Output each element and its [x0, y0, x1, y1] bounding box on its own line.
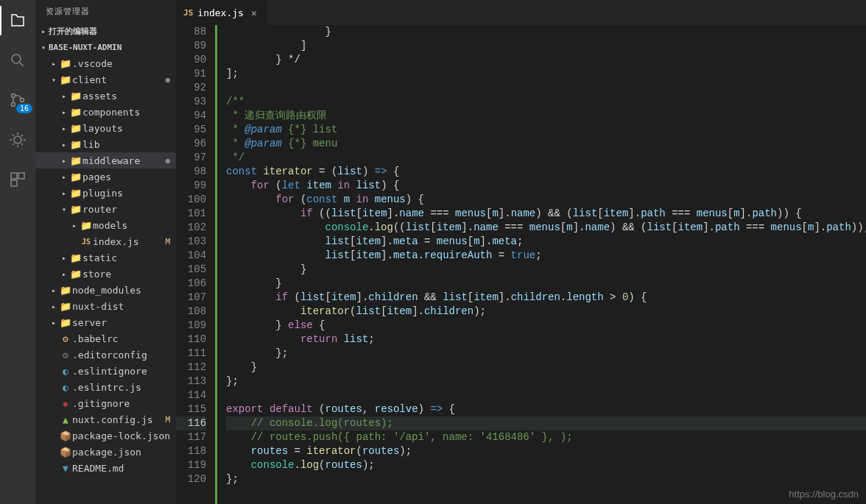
activity-bar: 16 — [0, 0, 35, 504]
js-file-icon: JS — [183, 8, 193, 18]
tree-item-lib[interactable]: ▸📁lib — [35, 136, 176, 152]
chevron-icon: ▸ — [49, 286, 59, 294]
tree-item-pages[interactable]: ▸📁pages — [35, 168, 176, 185]
chevron-icon: ▸ — [59, 141, 69, 149]
tree-item-middleware[interactable]: ▸📁middleware● — [35, 152, 176, 168]
tree-label: .babelrc — [72, 333, 170, 344]
tree-item-router[interactable]: ▾📁router — [35, 201, 176, 217]
chevron-icon: ▸ — [59, 270, 69, 278]
svg-rect-6 — [18, 173, 24, 179]
chevron-icon: ▸ — [59, 189, 69, 197]
tree-item-plugins[interactable]: ▸📁plugins — [35, 185, 176, 201]
tree-item-static[interactable]: ▸📁static — [35, 249, 176, 266]
tree-item-README-md[interactable]: ▼README.md — [35, 460, 176, 476]
chevron-icon: ▾ — [49, 76, 59, 84]
file-icon: 📁 — [69, 269, 82, 280]
tab-index-js[interactable]: JS index.js ✕ — [176, 0, 268, 25]
tree-label: models — [93, 220, 170, 231]
extensions-icon[interactable] — [0, 165, 35, 194]
tree-item-package-lock-json[interactable]: 📦package-lock.json — [35, 427, 176, 444]
source-control-icon[interactable]: 16 — [0, 85, 35, 115]
tree-item-nuxt-config-js[interactable]: ▲nuxt.config.jsM — [35, 411, 176, 427]
tree-label: layouts — [82, 123, 170, 134]
file-icon: 📁 — [69, 252, 82, 263]
status-indicator: ● — [165, 75, 170, 85]
chevron-icon: ▸ — [59, 124, 69, 132]
open-editors-section[interactable]: ▸ 打开的编辑器 — [35, 23, 176, 39]
chevron-icon: ▸ — [49, 319, 59, 327]
svg-point-3 — [21, 99, 24, 102]
file-icon: 📁 — [59, 58, 72, 69]
tree-item-client[interactable]: ▾📁client● — [35, 71, 176, 88]
tree-label: router — [82, 204, 170, 215]
tree-item-layouts[interactable]: ▸📁layouts — [35, 120, 176, 136]
chevron-icon: ▸ — [59, 173, 69, 181]
editor-tabs: JS index.js ✕ — [176, 0, 866, 25]
tree-item-index-js[interactable]: JSindex.jsM — [35, 233, 176, 249]
chevron-icon: ▾ — [59, 205, 69, 213]
tree-item--eslintrc-js[interactable]: ◐.eslintrc.js — [35, 379, 176, 395]
tree-item-components[interactable]: ▸📁components — [35, 104, 176, 120]
chevron-icon: ▸ — [59, 254, 69, 262]
code-content[interactable]: } ] } */]; /** * 递归查询路由权限 * @param {*} l… — [217, 25, 866, 504]
svg-rect-5 — [11, 173, 17, 179]
tree-item--vscode[interactable]: ▸📁.vscode — [35, 55, 176, 71]
sidebar-title: 资源管理器 — [35, 0, 176, 23]
file-icon: ◐ — [59, 366, 72, 377]
scm-badge: 16 — [16, 104, 32, 113]
tree-item-nuxt-dist[interactable]: ▸📁nuxt-dist — [35, 298, 176, 314]
svg-point-4 — [14, 136, 21, 143]
file-icon: 📁 — [59, 285, 72, 296]
tree-label: package-lock.json — [72, 430, 170, 441]
file-icon: 📁 — [69, 123, 82, 134]
tree-label: components — [82, 107, 170, 118]
tree-label: .eslintignore — [72, 366, 170, 377]
project-section[interactable]: ▾ BASE-NUXT-ADMIN — [35, 39, 176, 55]
status-indicator: M — [165, 237, 170, 246]
chevron-icon: ▸ — [59, 157, 69, 165]
tree-item-store[interactable]: ▸📁store — [35, 266, 176, 282]
tree-item-assets[interactable]: ▸📁assets — [35, 88, 176, 104]
chevron-icon: ▸ — [59, 108, 69, 116]
file-icon: 📁 — [69, 171, 82, 182]
tree-item--editorconfig[interactable]: ⚙.editorconfig — [35, 347, 176, 363]
chevron-icon: ▸ — [69, 221, 80, 230]
file-icon: ◈ — [59, 398, 72, 409]
status-indicator: M — [165, 415, 170, 425]
chevron-icon: ▸ — [38, 27, 49, 35]
watermark: https://blog.csdn — [789, 489, 859, 500]
debug-icon[interactable] — [0, 125, 35, 155]
svg-point-1 — [12, 94, 15, 98]
tree-item-node_modules[interactable]: ▸📁node_modules — [35, 282, 176, 298]
file-icon: 📦 — [59, 447, 72, 458]
tree-label: .editorconfig — [72, 349, 170, 361]
close-icon[interactable]: ✕ — [248, 7, 260, 18]
file-icon: 📁 — [59, 301, 72, 312]
tree-item--babelrc[interactable]: ⚙.babelrc — [35, 330, 176, 347]
file-icon: ◐ — [59, 382, 72, 393]
status-indicator: ● — [165, 156, 170, 166]
file-icon: 📁 — [80, 220, 93, 231]
tree-item-models[interactable]: ▸📁models — [35, 217, 176, 233]
tree-item-server[interactable]: ▸📁server — [35, 314, 176, 330]
svg-point-2 — [12, 103, 15, 107]
tree-item-package-json[interactable]: 📦package.json — [35, 444, 176, 460]
tree-item--gitignore[interactable]: ◈.gitignore — [35, 395, 176, 411]
file-icon: 📁 — [69, 90, 82, 102]
tree-label: README.md — [72, 463, 170, 474]
explorer-icon[interactable] — [0, 6, 35, 35]
section-label: BASE-NUXT-ADMIN — [49, 43, 170, 52]
search-icon[interactable] — [0, 46, 35, 75]
tree-label: plugins — [82, 188, 170, 199]
chevron-icon: ▾ — [38, 43, 49, 52]
file-icon: 📁 — [69, 107, 82, 118]
file-tree: ▸ 打开的编辑器 ▾ BASE-NUXT-ADMIN ▸📁.vscode▾📁cl… — [35, 23, 176, 504]
file-icon: 📁 — [59, 317, 72, 328]
sidebar: 资源管理器 ▸ 打开的编辑器 ▾ BASE-NUXT-ADMIN ▸📁.vsco… — [35, 0, 176, 504]
tree-item--eslintignore[interactable]: ◐.eslintignore — [35, 363, 176, 379]
file-icon: 📁 — [59, 74, 72, 85]
code-editor[interactable]: 8889909192939495969798991001011021031041… — [176, 25, 866, 504]
file-icon: 📦 — [59, 430, 72, 441]
tree-label: .eslintrc.js — [72, 382, 170, 393]
section-label: 打开的编辑器 — [49, 26, 170, 37]
